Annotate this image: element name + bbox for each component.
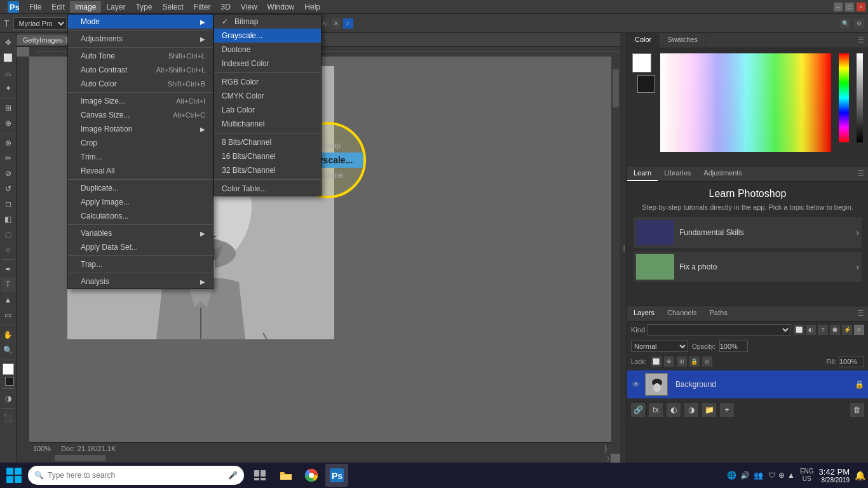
- layers-panel-menu[interactable]: ☰: [853, 306, 868, 321]
- layers-tab[interactable]: Layers: [627, 306, 661, 321]
- mode-multichannel[interactable]: Multichannel: [214, 117, 321, 131]
- channels-tab[interactable]: Channels: [661, 306, 703, 321]
- dodge-tool[interactable]: ○: [1, 243, 15, 257]
- lock-artboards-icon[interactable]: ⊞: [677, 356, 687, 367]
- brush-tool[interactable]: ✏: [1, 151, 15, 165]
- filter-shape-icon[interactable]: ⬟: [830, 325, 840, 335]
- menu-filter[interactable]: Filter: [189, 1, 216, 13]
- link-layers-button[interactable]: 🔗: [631, 403, 645, 417]
- mode-duotone[interactable]: Duotone: [214, 43, 321, 57]
- zoom-tool[interactable]: 🔍: [1, 343, 15, 357]
- rectangular-marquee-tool[interactable]: ⬜: [1, 51, 15, 65]
- up-arrow-icon[interactable]: ▲: [787, 471, 795, 480]
- close-button[interactable]: ×: [857, 3, 865, 11]
- maximize-button[interactable]: □: [845, 3, 854, 11]
- layer-row-background[interactable]: 👁 Background 🔒: [627, 370, 868, 398]
- lock-position-icon[interactable]: ✥: [664, 356, 674, 367]
- fill-input[interactable]: [839, 356, 864, 367]
- filter-smart-icon[interactable]: ⚡: [842, 325, 852, 335]
- start-button[interactable]: [3, 464, 25, 487]
- blend-mode-select[interactable]: Normal: [631, 341, 688, 352]
- menu-auto-contrast[interactable]: Auto Contrast Alt+Shift+Ctrl+L: [68, 63, 213, 77]
- magic-wand-tool[interactable]: ✦: [1, 81, 15, 95]
- search-button[interactable]: 🔍: [840, 18, 850, 29]
- learn-card-fundamental[interactable]: Fundamental Skills ›: [634, 217, 862, 248]
- delete-layer-button[interactable]: 🗑: [850, 403, 864, 417]
- menu-type[interactable]: Type: [130, 1, 157, 13]
- color-gradient[interactable]: [660, 53, 831, 152]
- screen-mode-button[interactable]: ⬛: [1, 411, 15, 425]
- eraser-tool[interactable]: ◻: [1, 197, 15, 211]
- ps-logo-menu[interactable]: Ps: [3, 0, 24, 14]
- search-input[interactable]: [48, 471, 224, 480]
- learn-card-photo[interactable]: Fix a photo ›: [634, 252, 862, 282]
- menu-image[interactable]: Image: [70, 1, 101, 13]
- lasso-tool[interactable]: ⌓: [1, 66, 15, 80]
- background-color-swatch[interactable]: [637, 75, 655, 93]
- menu-calculations[interactable]: Calculations...: [68, 209, 213, 223]
- background-color[interactable]: [5, 377, 14, 386]
- mode-color-table[interactable]: Color Table...: [214, 182, 321, 196]
- notification-button[interactable]: 🔔: [855, 470, 865, 480]
- vertical-scrollbar[interactable]: [611, 57, 620, 454]
- microphone-icon[interactable]: 🎤: [228, 471, 238, 480]
- menu-reveal-all[interactable]: Reveal All: [68, 164, 213, 178]
- menu-trap[interactable]: Trap...: [68, 257, 213, 271]
- mode-8bits[interactable]: 8 Bits/Channel: [214, 135, 321, 149]
- menu-auto-color[interactable]: Auto Color Shift+Ctrl+B: [68, 77, 213, 91]
- learn-tab[interactable]: Learn: [627, 166, 658, 181]
- kind-select[interactable]: [648, 324, 791, 336]
- filter-type-icon[interactable]: T: [818, 325, 828, 335]
- menu-apply-data-set[interactable]: Apply Data Set...: [68, 240, 213, 254]
- type-tool[interactable]: T: [1, 278, 15, 292]
- menu-select[interactable]: Select: [157, 1, 188, 13]
- photoshop-app[interactable]: Ps: [325, 464, 348, 487]
- menu-help[interactable]: Help: [299, 1, 325, 13]
- menu-file[interactable]: File: [24, 1, 46, 13]
- paths-tab[interactable]: Paths: [703, 306, 734, 321]
- hue-bar[interactable]: [839, 53, 849, 142]
- people-icon[interactable]: 👥: [754, 471, 763, 480]
- panel-menu-button[interactable]: ☰: [853, 33, 868, 48]
- cancel-text-button[interactable]: ✕: [331, 18, 341, 29]
- mode-bitmap[interactable]: ✓ Bitmap: [214, 15, 321, 29]
- eyedropper-tool[interactable]: ⊕: [1, 116, 15, 130]
- new-adjustment-button[interactable]: ◑: [684, 403, 698, 417]
- gear-button[interactable]: ⚙: [854, 18, 864, 29]
- chrome-app[interactable]: [300, 464, 323, 487]
- file-explorer-app[interactable]: [275, 464, 297, 487]
- menu-canvas-size[interactable]: Canvas Size... Alt+Ctrl+C: [68, 108, 213, 122]
- rectangle-tool[interactable]: ▭: [1, 308, 15, 322]
- menu-variables[interactable]: Variables ▶: [68, 226, 213, 240]
- mode-32bits[interactable]: 32 Bits/Channel: [214, 163, 321, 177]
- network-icon[interactable]: 🌐: [727, 471, 736, 480]
- menu-apply-image[interactable]: Apply Image...: [68, 195, 213, 209]
- opacity-input[interactable]: [719, 341, 748, 352]
- menu-view[interactable]: View: [236, 1, 262, 13]
- add-mask-button[interactable]: ◐: [667, 403, 681, 417]
- menu-edit[interactable]: Edit: [46, 1, 70, 13]
- blur-tool[interactable]: ◌: [1, 227, 15, 241]
- healing-brush-tool[interactable]: ⊗: [1, 136, 15, 150]
- foreground-color-swatch[interactable]: [632, 53, 651, 72]
- menu-auto-tone[interactable]: Auto Tone Shift+Ctrl+L: [68, 49, 213, 63]
- gradient-tool[interactable]: ◧: [1, 212, 15, 226]
- menu-trim[interactable]: Trim...: [68, 150, 213, 164]
- alpha-bar[interactable]: [857, 53, 863, 142]
- mode-rgb-color[interactable]: RGB Color: [214, 75, 321, 89]
- menu-image-rotation[interactable]: Image Rotation ▶: [68, 122, 213, 136]
- menu-window[interactable]: Window: [262, 1, 300, 13]
- new-group-button[interactable]: 📁: [702, 403, 716, 417]
- path-selection-tool[interactable]: ▲: [1, 293, 15, 307]
- lock-all-icon[interactable]: 🔒: [689, 356, 700, 367]
- move-tool[interactable]: ✥: [1, 36, 15, 50]
- clone-stamp-tool[interactable]: ⊘: [1, 166, 15, 180]
- mode-lab-color[interactable]: Lab Color: [214, 103, 321, 117]
- uac-icon[interactable]: 🛡: [768, 471, 776, 480]
- filter-clear-icon[interactable]: ✕: [854, 325, 864, 335]
- foreground-color[interactable]: [3, 363, 14, 375]
- color-tab[interactable]: Color: [627, 33, 660, 48]
- mode-grayscale[interactable]: Grayscale...: [214, 29, 321, 43]
- expand-canvas-button[interactable]: ⟩: [604, 444, 607, 453]
- menu-3d[interactable]: 3D: [215, 1, 235, 13]
